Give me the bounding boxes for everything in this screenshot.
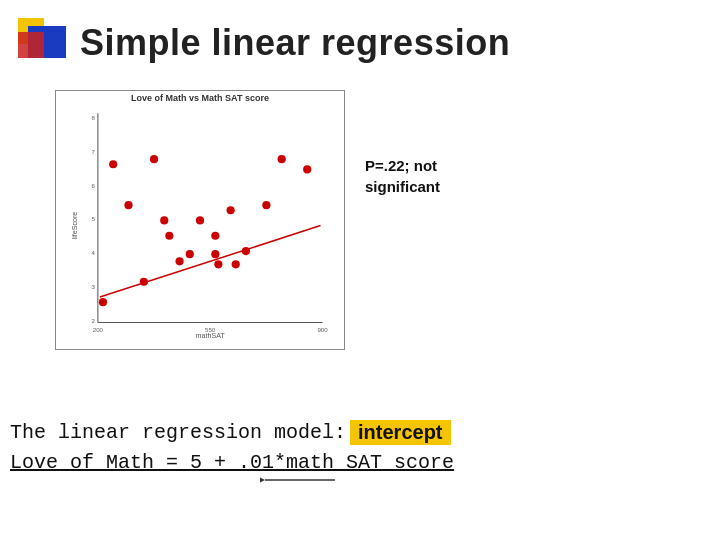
svg-text:8: 8 <box>91 114 95 121</box>
svg-point-16 <box>150 155 158 163</box>
chart-svg: lifeScore mathSAT 2 3 4 5 6 7 8 200 550 … <box>56 103 344 343</box>
model-prefix: The linear regression model: <box>10 421 346 444</box>
p-value-line1: P=.22; not <box>365 157 437 174</box>
bottom-text: The linear regression model: intercept L… <box>10 420 710 474</box>
svg-point-22 <box>124 201 132 209</box>
p-value-annotation: P=.22; not significant <box>365 155 440 197</box>
svg-text:550: 550 <box>205 326 216 333</box>
svg-point-24 <box>196 216 204 224</box>
svg-text:900: 900 <box>317 326 328 333</box>
chart-title: Love of Math vs Math SAT score <box>56 91 344 103</box>
svg-point-25 <box>227 206 235 214</box>
svg-point-27 <box>165 232 173 240</box>
svg-point-29 <box>175 257 183 265</box>
svg-point-17 <box>186 250 194 258</box>
svg-point-26 <box>262 201 270 209</box>
svg-text:5: 5 <box>91 215 95 222</box>
svg-text:7: 7 <box>91 148 95 155</box>
svg-text:200: 200 <box>93 326 104 333</box>
model-line1: The linear regression model: intercept <box>10 420 710 445</box>
svg-text:lifeScore: lifeScore <box>71 212 79 240</box>
svg-point-20 <box>278 155 286 163</box>
svg-point-21 <box>303 165 311 173</box>
svg-point-18 <box>211 250 219 258</box>
svg-text:3: 3 <box>91 283 95 290</box>
svg-text:6: 6 <box>91 182 95 189</box>
svg-point-33 <box>232 260 240 268</box>
svg-point-19 <box>242 247 250 255</box>
chart-area: lifeScore mathSAT 2 3 4 5 6 7 8 200 550 … <box>56 103 344 343</box>
model-line2: Love of Math = 5 + .01*math SAT score <box>10 451 710 474</box>
svg-point-31 <box>140 278 148 286</box>
svg-line-14 <box>100 226 321 297</box>
svg-text:2: 2 <box>91 317 95 324</box>
svg-point-30 <box>214 260 222 268</box>
logo-red-square <box>18 32 44 58</box>
svg-point-23 <box>160 216 168 224</box>
svg-point-15 <box>109 160 117 168</box>
page-title: Simple linear regression <box>80 22 510 64</box>
model-equation: Love of Math = 5 + .01*math SAT score <box>10 451 454 474</box>
svg-point-32 <box>99 298 107 306</box>
intercept-highlight: intercept <box>350 420 450 445</box>
svg-text:4: 4 <box>91 249 95 256</box>
svg-point-28 <box>211 232 219 240</box>
p-value-line2: significant <box>365 178 440 195</box>
slope-arrow <box>260 470 340 490</box>
logo-decoration <box>18 18 66 66</box>
chart-container: Love of Math vs Math SAT score lifeScore… <box>55 90 345 350</box>
svg-text:mathSAT: mathSAT <box>196 332 226 340</box>
